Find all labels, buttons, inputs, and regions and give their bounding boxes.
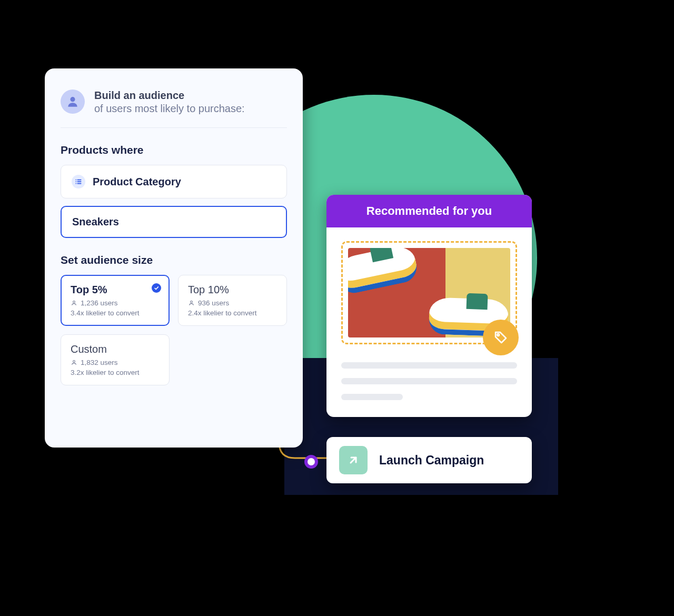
size-option-top-5[interactable]: Top 5% 1,236 users 3.4x likelier to conv… (61, 275, 170, 326)
check-icon (152, 283, 161, 293)
products-where-label: Products where (61, 144, 287, 156)
set-audience-size-label: Set audience size (61, 254, 287, 266)
svg-point-4 (75, 180, 76, 181)
product-preview-frame (341, 241, 517, 344)
size-option-users: 1,832 users (71, 359, 160, 366)
size-option-users: 936 users (188, 299, 277, 307)
launch-campaign-label: Launch Campaign (379, 453, 484, 468)
size-option-custom[interactable]: Custom 1,832 users 3.2x likelier to conv… (61, 334, 170, 385)
placeholder-line (341, 362, 517, 369)
user-icon (61, 90, 85, 114)
svg-point-9 (73, 360, 75, 362)
builder-subtitle: of users most likely to purchase: (94, 103, 245, 115)
category-value-text: Sneakers (72, 216, 119, 228)
product-category-field[interactable]: Product Category (61, 165, 287, 198)
svg-point-8 (191, 301, 193, 303)
product-image (348, 248, 510, 337)
svg-point-0 (70, 97, 75, 102)
sneaker-illustration (348, 248, 420, 296)
price-tag-icon (483, 320, 519, 355)
category-value-input[interactable]: Sneakers (61, 206, 287, 238)
size-option-conversion: 3.2x likelier to convert (71, 369, 160, 376)
placeholder-line (341, 378, 517, 384)
svg-point-5 (75, 181, 76, 182)
size-option-top-10[interactable]: Top 10% 936 users 2.4x likelier to conve… (178, 275, 287, 326)
size-option-conversion: 3.4x likelier to convert (71, 309, 160, 317)
audience-size-options: Top 5% 1,236 users 3.4x likelier to conv… (61, 275, 287, 385)
audience-builder-card: Build an audience of users most likely t… (45, 68, 303, 448)
builder-header: Build an audience of users most likely t… (61, 90, 287, 128)
product-category-label: Product Category (93, 176, 181, 188)
svg-point-10 (497, 334, 499, 336)
size-option-title: Top 10% (188, 284, 277, 296)
size-option-conversion: 2.4x likelier to convert (188, 309, 277, 317)
builder-title: Build an audience (94, 90, 245, 102)
connector-node-icon (304, 455, 318, 469)
placeholder-line (341, 394, 403, 400)
size-option-title: Top 5% (71, 284, 160, 296)
size-option-title: Custom (71, 343, 160, 355)
recommendation-header: Recommended for you (326, 195, 532, 227)
list-icon (72, 175, 85, 188)
arrow-up-right-icon (339, 446, 368, 474)
svg-point-6 (75, 183, 76, 184)
size-option-users: 1,236 users (71, 299, 160, 307)
recommendation-card: Recommended for you (326, 195, 532, 417)
launch-campaign-button[interactable]: Launch Campaign (326, 437, 532, 483)
svg-point-7 (73, 301, 75, 303)
